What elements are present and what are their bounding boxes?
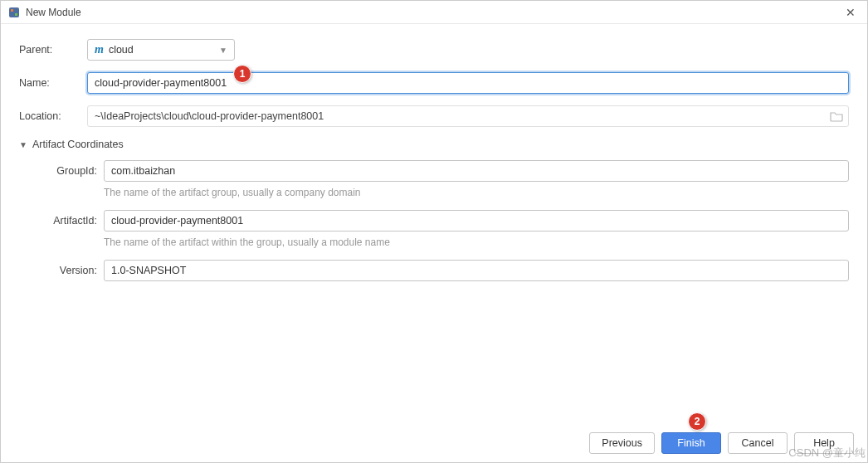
parent-label: Parent: (19, 44, 87, 56)
app-icon (7, 6, 21, 19)
dialog-footer: Previous Finish Cancel Help (1, 424, 867, 462)
close-icon[interactable]: ✕ (841, 4, 861, 21)
location-field-wrap: ~\IdeaProjects\cloud\cloud-provider-paym… (87, 105, 849, 127)
version-label: Version: (36, 265, 104, 276)
svg-rect-0 (9, 7, 19, 17)
annotation-badge-2: 2 (688, 412, 706, 431)
artifactid-row: ArtifactId: The name of the artifact wit… (36, 210, 849, 248)
titlebar: New Module ✕ (1, 1, 867, 24)
location-value: ~\IdeaProjects\cloud\cloud-provider-paym… (95, 110, 830, 122)
groupid-input[interactable] (104, 160, 849, 182)
groupid-row: GroupId: The name of the artifact group,… (36, 160, 849, 198)
artifactid-help: The name of the artifact within the grou… (104, 236, 390, 248)
version-input[interactable] (104, 260, 849, 281)
window-title: New Module (26, 7, 841, 18)
annotation-badge-1: 1 (233, 65, 251, 83)
artifactid-label: ArtifactId: (36, 215, 104, 227)
section-title: Artifact Coordinates (32, 139, 124, 150)
dialog-body: Parent: m cloud ▼ Name: Location: ~\Idea… (1, 24, 867, 293)
groupid-label: GroupId: (36, 165, 104, 177)
location-row: Location: ~\IdeaProjects\cloud\cloud-pro… (19, 105, 849, 127)
name-label: Name: (19, 77, 87, 89)
artifact-coordinates-section: GroupId: The name of the artifact group,… (19, 160, 849, 281)
svg-rect-2 (15, 13, 17, 16)
groupid-help: The name of the artifact group, usually … (104, 187, 361, 198)
chevron-down-icon: ▼ (219, 46, 227, 55)
folder-icon[interactable] (830, 110, 843, 122)
location-label: Location: (19, 110, 87, 122)
artifactid-input[interactable] (104, 210, 849, 232)
cancel-button[interactable]: Cancel (728, 432, 788, 454)
finish-button[interactable]: Finish (661, 432, 721, 454)
version-row: Version: (36, 260, 849, 281)
previous-button[interactable]: Previous (589, 432, 655, 454)
parent-row: Parent: m cloud ▼ (19, 39, 849, 61)
svg-rect-1 (11, 9, 13, 12)
name-input[interactable] (87, 72, 849, 94)
chevron-down-icon: ▼ (19, 140, 27, 149)
parent-value: cloud (109, 44, 219, 56)
new-module-dialog: New Module ✕ Parent: m cloud ▼ Name: Loc… (0, 0, 868, 463)
parent-dropdown[interactable]: m cloud ▼ (87, 39, 235, 61)
watermark: CSDN @童小纯 (788, 446, 866, 461)
maven-icon: m (95, 43, 104, 56)
name-row: Name: (19, 72, 849, 94)
artifact-coordinates-toggle[interactable]: ▼ Artifact Coordinates (19, 139, 849, 150)
